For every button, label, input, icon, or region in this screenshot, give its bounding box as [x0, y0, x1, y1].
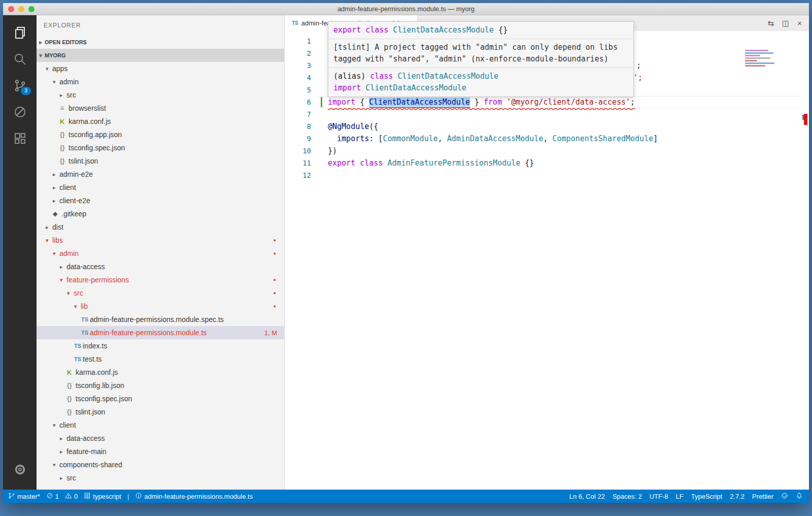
checklist-icon [84, 492, 91, 501]
file-tree[interactable]: ▾apps▾admin▸src≡browserslistKkarma.conf.… [37, 62, 284, 490]
hover-line: (alias) class ClientDataAccessModule [333, 71, 628, 82]
separator: | [127, 493, 129, 500]
minimap[interactable] [745, 50, 777, 69]
code-line-9[interactable]: 9 imports: [CommonModule, AdminDataAcces… [285, 133, 809, 145]
tree-item-src[interactable]: ▾src● [37, 286, 284, 300]
tree-item-src[interactable]: ▸src [37, 88, 284, 102]
explorer-icon[interactable] [3, 19, 37, 46]
title-bar[interactable]: admin-feature-permissions.module.ts — my… [3, 3, 809, 15]
warning-count[interactable]: 0 [65, 492, 78, 501]
activity-bar-items: 3 [3, 19, 37, 151]
tree-item-admin[interactable]: ▾admin● [37, 247, 284, 260]
workspace-root-section[interactable]: ▾ MYORG [37, 49, 284, 62]
extensions-icon[interactable] [3, 125, 37, 151]
karma-icon: K [60, 118, 69, 125]
error-count[interactable]: 1 [46, 492, 59, 501]
tree-item-label: tsconfig.spec.json [76, 395, 132, 403]
language-mode[interactable]: TypeScript [691, 493, 722, 500]
code-line-12[interactable]: 12 [285, 169, 809, 181]
cursor-position[interactable]: Ln 6, Col 22 [569, 493, 605, 500]
tree-item-index.ts[interactable]: TSindex.ts [37, 339, 284, 352]
explorer-sidebar: EXPLORER ▸ OPEN EDITORS ▾ MYORG ▾apps▾ad… [37, 15, 285, 490]
tree-item-karma.conf.js[interactable]: Kkarma.conf.js [37, 366, 284, 379]
tree-item-admin-feature-permissions.module.ts[interactable]: TSadmin-feature-permissions.module.ts1, … [37, 326, 284, 339]
tree-item-label: data-access [66, 434, 105, 442]
tree-item-src[interactable]: ▸src [37, 471, 284, 485]
tree-item-dist[interactable]: ▸dist [37, 220, 284, 234]
tree-item-test.ts[interactable]: TStest.ts [37, 352, 284, 366]
modified-dot: ● [274, 304, 276, 309]
code-editor[interactable]: 123;4';56import { ClientDataAccessModule… [285, 31, 809, 490]
notifications[interactable] [796, 492, 803, 501]
tree-item-admin-feature-permissions.module.spec.ts[interactable]: TSadmin-feature-permissions.module.spec.… [37, 313, 284, 326]
code-line-6[interactable]: 6import { ClientDataAccessModule } from … [285, 96, 809, 108]
git-branch-indicator[interactable]: master* [8, 492, 40, 501]
chevron-right-icon: ▸ [37, 39, 45, 46]
open-changes-icon[interactable]: ⇆ [767, 19, 774, 28]
code-line-7[interactable]: 7 [285, 108, 809, 120]
split-editor-icon[interactable]: ◫ [782, 19, 789, 28]
vscode-window: admin-feature-permissions.module.ts — my… [3, 3, 809, 503]
code-line-11[interactable]: 11export class AdminFeaturePermissionsMo… [285, 157, 809, 169]
tree-item-label: libs [52, 236, 63, 244]
ts-icon: TS [74, 356, 83, 362]
formatter[interactable]: Prettier [752, 493, 773, 500]
tree-item-.gitkeep[interactable]: ◈.gitkeep [37, 207, 284, 220]
tree-item-karma.conf.js[interactable]: Kkarma.conf.js [37, 115, 284, 128]
tree-item-label: tslint.json [69, 157, 98, 165]
ts-version[interactable]: 2.7.2 [730, 493, 745, 500]
separator-label: | [127, 493, 129, 500]
tree-item-tsconfig.spec.json[interactable]: {}tsconfig.spec.json [37, 141, 284, 154]
tree-item-lib[interactable]: ▾lib● [37, 300, 284, 313]
line-number: 2 [285, 47, 311, 59]
tree-item-label: test.ts [83, 355, 101, 363]
tree-item-tslint.json[interactable]: {}tslint.json [37, 405, 284, 418]
search-icon[interactable] [3, 46, 37, 72]
editor-area: TS admin-feature-permissions.module.ts ⇆… [285, 15, 809, 490]
code-line-10[interactable]: 10}) [285, 145, 809, 157]
tree-item-tsconfig.app.json[interactable]: {}tsconfig.app.json [37, 128, 284, 141]
debug-icon[interactable] [3, 99, 37, 125]
feedback[interactable] [781, 492, 788, 501]
tree-item-components-shared[interactable]: ▾components-shared [37, 458, 284, 471]
tree-item-libs[interactable]: ▾libs● [37, 234, 284, 247]
close-icon[interactable]: × [797, 19, 802, 27]
tree-item-client[interactable]: ▸client [37, 181, 284, 194]
tree-item-tsconfig.spec.json[interactable]: {}tsconfig.spec.json [37, 392, 284, 405]
tree-item-client-e2e[interactable]: ▸client-e2e [37, 194, 284, 207]
tree-item-admin[interactable]: ▾admin [37, 75, 284, 88]
tree-item-tsconfig.lib.json[interactable]: {}tsconfig.lib.json [37, 379, 284, 392]
tree-item-data-access[interactable]: ▸data-access [37, 432, 284, 445]
modified-dot: ● [274, 238, 276, 243]
tree-item-tslint.json[interactable]: {}tslint.json [37, 154, 284, 168]
hover-section-2: [tslint] A project tagged with "admin" c… [328, 39, 633, 68]
tree-item-feature-main[interactable]: ▸feature-main [37, 445, 284, 458]
minimap-line [745, 60, 757, 61]
code-text: imports: [CommonModule, AdminDataAccessM… [311, 133, 658, 145]
tree-item-apps[interactable]: ▾apps [37, 62, 284, 75]
linter-status[interactable]: typescript [84, 492, 121, 501]
tree-item-data-access[interactable]: ▸data-access [37, 260, 284, 273]
eol-type[interactable]: LF [676, 493, 684, 500]
code-line-8[interactable]: 8@NgModule({ [285, 120, 809, 133]
ts-icon: TS [74, 343, 83, 349]
tree-item-browserslist[interactable]: ≡browserslist [37, 102, 284, 115]
encoding[interactable]: UTF-8 [650, 493, 668, 500]
line-number: 9 [285, 133, 311, 145]
tree-item-label: src [66, 474, 76, 482]
source-control-icon[interactable]: 3 [3, 72, 37, 99]
active-file-indicator[interactable]: admin-feature-permissions.module.ts [135, 492, 253, 501]
tree-item-client[interactable]: ▾client [37, 418, 284, 432]
git-branch-indicator-label: master* [17, 493, 40, 500]
ts-icon: TS [81, 330, 90, 336]
tree-item-feature-permissions[interactable]: ▾feature-permissions● [37, 273, 284, 286]
folder-arrow-icon: ▾ [46, 237, 52, 244]
indentation[interactable]: Spaces: 2 [613, 493, 642, 500]
modified-dot: ● [274, 251, 276, 256]
open-editors-section[interactable]: ▸ OPEN EDITORS [37, 36, 284, 49]
ts-icon: TS [81, 316, 90, 322]
line-number: 8 [285, 120, 311, 133]
settings-gear-icon[interactable] [3, 456, 37, 482]
overview-ruler[interactable] [803, 47, 809, 490]
tree-item-admin-e2e[interactable]: ▸admin-e2e [37, 168, 284, 181]
